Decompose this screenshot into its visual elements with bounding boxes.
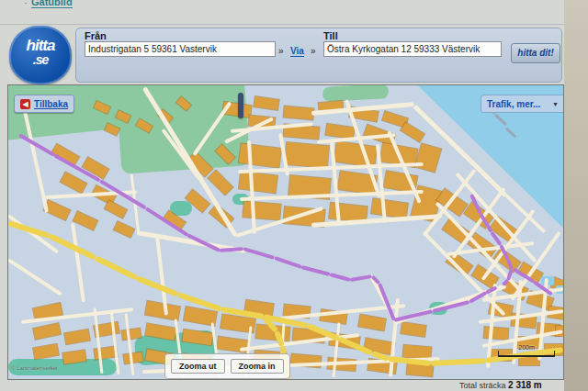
hitta-se-logo[interactable]: hitta .se [9, 26, 72, 84]
map-route-line [274, 256, 301, 269]
map-main-road [95, 255, 139, 280]
hitta-dit-button[interactable]: hitta dit! [511, 43, 560, 63]
gatubild-link[interactable]: Gatubild [31, 0, 73, 8]
map-main-road [136, 275, 179, 297]
route-tabs [238, 93, 243, 118]
scale-label: 200m [498, 344, 555, 351]
zoom-out-button[interactable]: Zooma ut [171, 359, 225, 374]
zoom-in-button[interactable]: Zooma in [231, 359, 284, 374]
map-building-block [254, 96, 278, 110]
total-distance-value: 2 318 m [508, 380, 542, 390]
map-canvas[interactable]: ◀ Tillbaka Trafik, mer... ▼ Zooma ut Zoo… [7, 84, 564, 380]
map-building-block [239, 172, 277, 194]
browser-page: · Gatubild hitta .se Från » Via » Till h… [0, 0, 588, 391]
map-building-block [209, 171, 233, 196]
zoom-controls: Zooma ut Zooma in [164, 353, 290, 379]
link-bullet: · [24, 0, 28, 8]
map-main-road [7, 220, 51, 239]
map-building-block [484, 327, 509, 340]
map-building-block [358, 315, 386, 331]
route-summary: Total sträcka 2 318 m [459, 380, 542, 390]
map-building-block [401, 322, 425, 337]
tillbaka-label: Tillbaka [34, 99, 68, 109]
map-street [71, 223, 85, 303]
map-building-block [334, 141, 378, 167]
till-input[interactable] [323, 41, 502, 57]
map-street [7, 258, 62, 296]
map-route-line [394, 309, 434, 322]
map-building-block [105, 200, 127, 218]
from-label: Från [85, 30, 107, 41]
map-street [125, 313, 135, 375]
map-building-block [243, 201, 280, 219]
map-building-block [284, 106, 314, 120]
map-route-line [329, 273, 350, 282]
map-building-block [415, 143, 441, 172]
total-distance-label: Total sträcka [459, 381, 506, 390]
traffic-more-label: Trafik, mer... [487, 99, 540, 109]
map-building-block [74, 211, 97, 229]
map-building-block [33, 323, 61, 340]
map-copyright: © Lantmäteriverket [11, 365, 58, 371]
browser-top-strip: · Gatubild [0, 0, 564, 25]
back-arrow-icon: ◀ [20, 99, 30, 109]
map-route-line [243, 247, 275, 260]
logo-text-2: .se [9, 52, 72, 67]
map-building-block [401, 122, 424, 141]
separator-chevron-2: » [311, 46, 316, 56]
map-green-area [322, 84, 390, 102]
map-route-line [378, 283, 396, 320]
map-building-block [64, 330, 90, 344]
separator-chevron: » [278, 46, 284, 56]
map-scale: 200m [498, 344, 555, 357]
traffic-more-button[interactable]: Trafik, mer... ▼ [481, 95, 564, 113]
till-label: Till [323, 30, 338, 41]
map-building-block [114, 221, 134, 238]
map-building-block [61, 173, 87, 194]
tillbaka-button[interactable]: ◀ Tillbaka [14, 95, 74, 113]
from-input[interactable] [85, 41, 276, 57]
map-building-block [371, 198, 408, 218]
map-building-block [285, 142, 329, 168]
chevron-down-icon: ▼ [552, 101, 559, 107]
screen-bezel [564, 0, 588, 391]
via-link[interactable]: Via [290, 46, 304, 57]
map-building-block [33, 344, 59, 359]
map-route-line [301, 265, 331, 276]
scale-bar [498, 351, 555, 357]
map-route-line [350, 274, 373, 282]
